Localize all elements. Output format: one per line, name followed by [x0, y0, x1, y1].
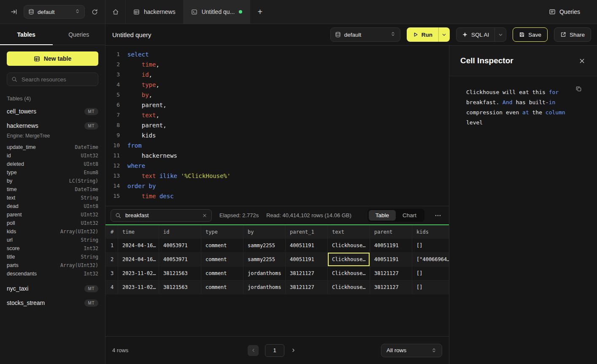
table-cell[interactable]: Clickhouse…	[328, 280, 370, 294]
column-row[interactable]: byLC(String)	[7, 177, 98, 185]
tab-untitled-query[interactable]: Untitled qu...	[184, 0, 251, 24]
queries-button[interactable]: Queries	[549, 8, 580, 15]
page-number-input[interactable]: 1	[265, 344, 284, 357]
column-row[interactable]: descendantsInt32	[7, 270, 98, 278]
column-row[interactable]: titleString	[7, 253, 98, 261]
engine-badge: MT	[84, 122, 98, 129]
prev-page-button[interactable]	[248, 345, 259, 356]
table-cell[interactable]: sammy2255	[243, 239, 286, 252]
sidebar-search-input[interactable]	[21, 76, 94, 83]
table-cell[interactable]: 38121127	[286, 267, 328, 280]
table-cell[interactable]: 38121127	[370, 280, 412, 294]
table-cell[interactable]: 2023-11-02…	[118, 280, 159, 294]
table-cell[interactable]: 40051191	[286, 239, 328, 252]
table-cell[interactable]: []	[412, 267, 449, 280]
column-row[interactable]: update_timeDateTime	[7, 143, 98, 151]
column-row[interactable]: deadUInt8	[7, 202, 98, 210]
table-cell[interactable]: []	[412, 280, 449, 294]
column-header-parent_1[interactable]: parent_1	[286, 225, 328, 239]
column-header-by[interactable]: by	[243, 225, 286, 239]
editor-line: 9 kids	[111, 130, 449, 140]
tab-home[interactable]	[105, 0, 126, 24]
table-cell[interactable]: 38121127	[286, 280, 328, 294]
column-row[interactable]: timeDateTime	[7, 185, 98, 194]
clear-search-icon[interactable]	[202, 213, 207, 218]
sql-ai-button[interactable]: SQL AI	[457, 28, 494, 41]
table-cell[interactable]: 2024-04-16…	[118, 239, 159, 252]
table-cell[interactable]: ["40066964…	[412, 253, 449, 266]
table-cell[interactable]: sammy2255	[243, 253, 286, 266]
column-row[interactable]: urlString	[7, 236, 98, 244]
column-row[interactable]: textString	[7, 194, 98, 202]
sidebar-table-cell_towers[interactable]: cell_towersMT	[7, 104, 98, 119]
column-header-id[interactable]: id	[159, 225, 201, 239]
table-cell[interactable]: Clickhouse…	[328, 239, 370, 252]
run-button[interactable]: Run	[407, 27, 438, 42]
column-row[interactable]: scoreInt32	[7, 244, 98, 253]
page-size-select[interactable]: All rows	[381, 344, 442, 357]
run-options-button[interactable]	[439, 27, 450, 42]
table-cell[interactable]: 40053971	[159, 253, 201, 266]
sidebar-table-stocks_stream[interactable]: stocks_streamMT	[7, 296, 98, 310]
tab-hackernews[interactable]: hackernews	[126, 0, 184, 24]
table-cell[interactable]: 40051191	[370, 239, 412, 252]
column-row[interactable]: deletedUInt8	[7, 160, 98, 168]
column-row[interactable]: partsArray(UInt32)	[7, 261, 98, 270]
next-page-button[interactable]	[291, 348, 296, 353]
sql-editor[interactable]: 1select2 time,3 id,4 type,5 by,6 parent,…	[105, 46, 449, 206]
sidebar-table-hackernews[interactable]: hackernewsMT	[7, 119, 98, 133]
table-cell[interactable]: 40053971	[159, 239, 201, 252]
new-tab-button[interactable]: +	[250, 0, 270, 24]
refresh-icon[interactable]	[90, 7, 99, 16]
table-cell[interactable]: jordanthoms	[243, 267, 286, 280]
table-cell[interactable]: 2023-11-02…	[118, 267, 159, 280]
table-cell[interactable]: 1	[105, 239, 118, 252]
table-cell[interactable]: 3	[105, 267, 118, 280]
sidebar-search[interactable]	[7, 73, 98, 86]
table-cell[interactable]: Clickhouse…	[328, 253, 370, 266]
column-header-text[interactable]: text	[328, 225, 370, 239]
table-cell[interactable]: 40051191	[370, 253, 412, 266]
column-header-type[interactable]: type	[201, 225, 243, 239]
table-cell[interactable]: 2024-04-16…	[118, 253, 159, 266]
table-cell[interactable]: 38121563	[159, 280, 201, 294]
sidebar-tab-tables[interactable]: Tables	[0, 24, 53, 45]
table-cell[interactable]: 2	[105, 253, 118, 266]
table-cell[interactable]: comment	[201, 280, 243, 294]
column-row[interactable]: typeEnum8	[7, 168, 98, 177]
column-header-kids[interactable]: kids	[412, 225, 449, 239]
results-search-input[interactable]	[124, 212, 199, 219]
collapse-sidebar-icon[interactable]	[9, 7, 19, 16]
close-icon[interactable]	[579, 58, 585, 64]
results-search[interactable]	[111, 209, 212, 222]
more-options-icon[interactable]	[432, 212, 444, 219]
table-cell[interactable]: comment	[201, 267, 243, 280]
table-cell[interactable]: jordanthoms	[243, 280, 286, 294]
table-cell[interactable]: 40051191	[286, 253, 328, 266]
column-header-time[interactable]: time	[118, 225, 159, 239]
column-header-index[interactable]: #	[105, 225, 118, 239]
column-row[interactable]: pollUInt32	[7, 219, 98, 227]
column-row[interactable]: kidsArray(UInt32)	[7, 227, 98, 236]
sidebar-tab-queries[interactable]: Queries	[53, 24, 105, 45]
share-button[interactable]: Share	[554, 27, 591, 42]
table-cell[interactable]: comment	[201, 239, 243, 252]
sidebar-table-nyc_taxi[interactable]: nyc_taxiMT	[7, 281, 98, 296]
database-selector-topbar[interactable]: default	[24, 5, 85, 19]
column-row[interactable]: idUInt32	[7, 151, 98, 160]
table-cell[interactable]: []	[412, 239, 449, 252]
table-cell[interactable]: 38121563	[159, 267, 201, 280]
view-tab-table[interactable]: Table	[369, 210, 396, 221]
database-selector-query[interactable]: default	[330, 27, 400, 42]
table-cell[interactable]: comment	[201, 253, 243, 266]
column-header-parent[interactable]: parent	[370, 225, 412, 239]
table-cell[interactable]: 38121127	[370, 267, 412, 280]
table-cell[interactable]: 4	[105, 280, 118, 294]
sql-ai-options-button[interactable]	[495, 28, 506, 41]
copy-icon[interactable]	[575, 86, 582, 92]
column-row[interactable]: parentUInt32	[7, 210, 98, 219]
save-button[interactable]: Save	[513, 27, 548, 42]
table-cell[interactable]: Clickhouse…	[328, 267, 370, 280]
new-table-button[interactable]: New table	[7, 51, 98, 66]
view-tab-chart[interactable]: Chart	[396, 210, 423, 221]
